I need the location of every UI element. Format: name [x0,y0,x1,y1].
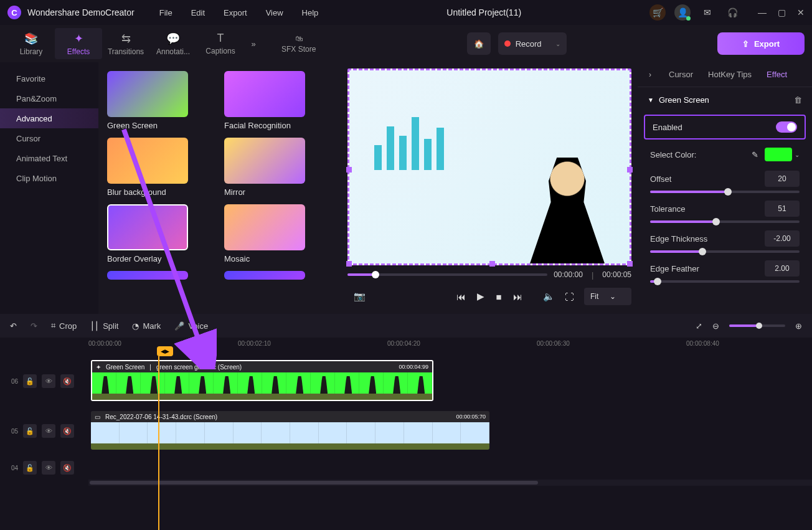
next-frame-button[interactable]: ⏭ [513,291,522,302]
fit-timeline-icon[interactable]: ⤢ [696,321,702,331]
preview-content [349,70,630,263]
menu-export[interactable]: Export [224,8,247,17]
export-button[interactable]: ⇪ Export [717,32,805,55]
prev-frame-button[interactable]: ⏮ [456,291,466,302]
tab-effects[interactable]: ✦Effects [55,28,102,59]
app-name: Wondershare DemoCreator [27,7,135,17]
effect-mosaic[interactable]: Mosaic [224,204,333,263]
mail-icon[interactable]: ✉ [699,4,715,21]
props-tab-effect[interactable]: Effect [767,70,787,79]
user-icon[interactable]: 👤 [674,4,691,21]
slider-value[interactable]: 2.00 [765,260,800,277]
tab-captions[interactable]: TCaptions [197,28,244,59]
zoom-out-icon[interactable]: ⊖ [712,321,719,331]
timeline-scrollbar[interactable] [88,480,812,486]
timeline-clip[interactable]: ✦Green Screen|green screen girl.dcrc (Sc… [91,360,433,401]
color-swatch[interactable] [765,148,792,161]
track-lane[interactable]: ▭Rec_2022-07-06 14-31-43.dcrc (Screen)00… [88,406,812,456]
effect-blurbackground[interactable]: Blur background [107,138,215,197]
collapse-triangle-icon[interactable]: ▼ [648,97,654,103]
sidebar-item-advanced[interactable]: Advanced [0,108,98,128]
slider-track[interactable] [650,250,800,253]
voice-button[interactable]: 🎤Voice [174,321,208,331]
mute-icon[interactable]: 🔇 [60,424,74,438]
props-tab-cursor[interactable]: Cursor [669,70,693,79]
enabled-toggle[interactable] [776,121,797,133]
undo-icon[interactable]: ↶ [10,321,17,331]
effect-mirror[interactable]: Mirror [224,138,333,197]
fit-select[interactable]: Fit ⌄ [584,288,631,305]
slider-value[interactable]: -2.00 [765,230,800,247]
track-lane[interactable]: ✦Green Screen|green screen girl.dcrc (Sc… [88,356,812,406]
props-tab-hotkey[interactable]: HotKey Tips [708,70,752,79]
effects-gallery: Green ScreenFacial RecognitionBlur backg… [98,62,341,314]
record-button[interactable]: Record ⌄ [498,32,567,55]
preview-canvas[interactable] [347,69,631,265]
play-button[interactable]: ▶ [477,291,484,302]
mark-button[interactable]: ◔Mark [132,321,161,331]
track-row: 04 🔓 👁 🔇 [0,456,812,480]
slider-track[interactable] [650,191,800,193]
timeline-ruler[interactable]: ◀▶ 00:00:00:0000:00:02:1000:00:04:2000:0… [88,338,812,356]
more-tabs-button[interactable]: » [244,39,263,49]
minimize-icon[interactable]: — [758,7,767,17]
mute-icon[interactable]: 🔇 [60,374,74,388]
zoom-slider[interactable] [729,324,785,327]
scrub-bar[interactable] [347,273,547,276]
timeline-clip[interactable]: ▭Rec_2022-07-06 14-31-43.dcrc (Screen)00… [91,411,489,450]
slider-track[interactable] [650,280,800,283]
effect-greenscreen[interactable]: Green Screen [107,71,215,130]
track-lane[interactable] [88,456,812,480]
slider-track[interactable] [650,220,800,223]
sidebar-item-animatedtext[interactable]: Animated Text [0,148,98,168]
effect-facialrecognition[interactable]: Facial Recognition [224,71,333,130]
playhead-handle[interactable]: ◀▶ [157,346,173,356]
clip-effect-icon: ✦ [96,364,101,371]
menu-edit[interactable]: Edit [191,8,205,17]
eye-icon[interactable]: 👁 [42,461,55,475]
sidebar-item-clipmotion[interactable]: Clip Motion [0,168,98,188]
lock-icon[interactable]: 🔓 [23,374,37,388]
menu-file[interactable]: File [159,8,172,17]
track-gutter: 04 🔓 👁 🔇 [0,461,88,475]
delete-icon[interactable]: 🗑 [794,95,802,105]
effect-thumb-icon [107,204,188,250]
tab-transitions[interactable]: ⇆Transitions [102,28,149,59]
slider-value[interactable]: 20 [765,171,800,187]
sfx-store-button[interactable]: 🛍 SFX Store [281,34,316,54]
fullscreen-icon[interactable]: ⛶ [565,291,574,302]
chevron-down-icon[interactable]: ⌄ [795,151,800,158]
effect-borderoverlay[interactable]: Border Overlay [107,204,215,263]
mute-icon[interactable]: 🔇 [60,461,74,475]
eyedropper-icon[interactable]: ✎ [752,150,758,159]
lock-icon[interactable]: 🔓 [23,461,37,475]
sidebar-item-panzoom[interactable]: Pan&Zoom [0,88,98,108]
chevron-right-icon[interactable]: › [649,70,651,79]
slider-value[interactable]: 51 [765,201,800,217]
home-button[interactable]: 🏠 [467,32,491,55]
store-icon[interactable]: 🛒 [649,4,666,21]
crop-button[interactable]: ⌗Crop [51,321,77,331]
tab-annotati[interactable]: 💬Annotati... [149,28,197,59]
close-icon[interactable]: ✕ [797,7,805,17]
volume-icon[interactable]: 🔈 [543,291,555,302]
menu-view[interactable]: View [266,8,283,17]
maximize-icon[interactable]: ▢ [778,7,786,17]
properties-tabs: › Cursor HotKey Tips Effect [638,62,812,87]
tab-library[interactable]: 📚Library [7,28,55,59]
title-bar: C Wondershare DemoCreator FileEditExport… [0,0,812,25]
split-button[interactable]: ⎮⎮Split [90,321,118,331]
stop-button[interactable]: ■ [496,291,501,302]
sidebar-item-cursor[interactable]: Cursor [0,128,98,148]
snapshot-icon[interactable]: 📷 [354,291,366,302]
lock-icon[interactable]: 🔓 [23,424,37,438]
eye-icon[interactable]: 👁 [42,424,55,438]
effect-thumb-icon [224,271,305,280]
zoom-in-icon[interactable]: ⊕ [795,321,802,331]
redo-icon[interactable]: ↷ [31,321,37,331]
eye-icon[interactable]: 👁 [42,374,55,388]
headset-icon[interactable]: 🎧 [724,4,740,21]
sidebar-item-favorite[interactable]: Favorite [0,69,98,88]
playhead-line[interactable] [158,356,159,530]
menu-help[interactable]: Help [302,8,319,17]
